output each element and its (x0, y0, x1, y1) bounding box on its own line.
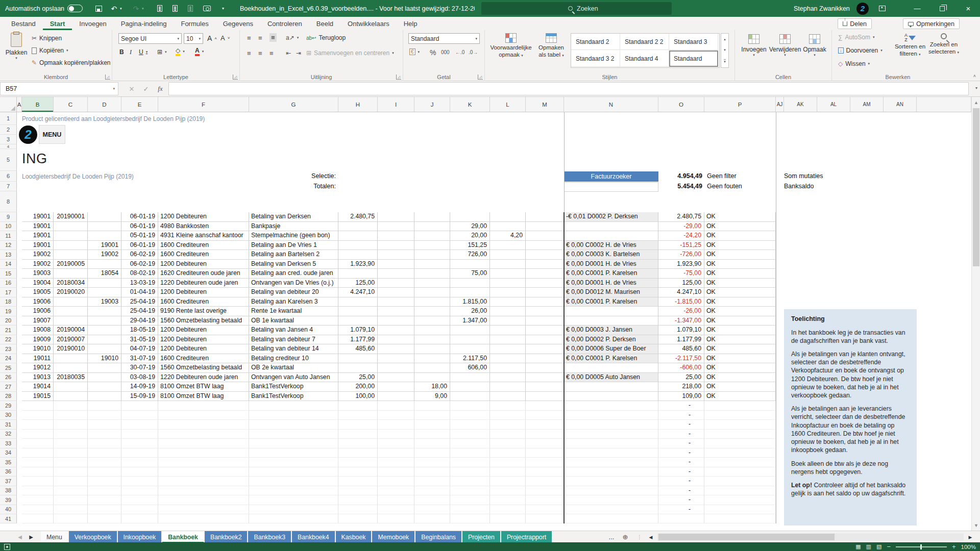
cell-O41[interactable] (658, 514, 704, 523)
cell-O23[interactable]: 485,60 (658, 344, 704, 354)
share-button[interactable]: Delen (838, 18, 872, 29)
column-header-AN[interactable]: AN (884, 97, 917, 112)
cell-H10[interactable] (338, 222, 378, 232)
cell-K39[interactable] (450, 495, 490, 505)
cell-J11[interactable] (414, 231, 450, 241)
cell-M32[interactable] (526, 430, 564, 439)
cell-H17[interactable]: 4.247,10 (338, 288, 378, 297)
lettertype-dialog-launcher[interactable]: ◿ (233, 74, 238, 80)
cell-I37[interactable] (378, 477, 414, 486)
cell-N29[interactable] (564, 401, 658, 411)
cell-style-standaard-3-2[interactable]: Standaard 3 2 (571, 51, 620, 67)
delete-cells-button[interactable]: Verwijderen▾ (769, 34, 801, 58)
cell-J16[interactable] (414, 279, 450, 288)
cell-M9[interactable] (526, 212, 564, 222)
cell-K15[interactable]: 75,00 (450, 269, 490, 279)
hscroll-left-icon[interactable]: ◀ (646, 531, 655, 543)
row-header-8[interactable]: 8 (0, 191, 17, 212)
cell-J21[interactable] (414, 325, 450, 335)
cell-H22[interactable]: 1.177,99 (338, 335, 378, 345)
cell-F29[interactable] (158, 401, 249, 411)
cell-P40[interactable] (704, 505, 776, 515)
cell-I18[interactable] (378, 297, 414, 307)
cell-B22[interactable]: 19009 (22, 335, 54, 345)
cell-O22[interactable]: 1.177,99 (658, 335, 704, 345)
cell-D14[interactable] (88, 260, 121, 269)
cell-L16[interactable] (490, 279, 526, 288)
cell-J13[interactable] (414, 250, 450, 260)
cell-N34[interactable] (564, 448, 658, 458)
invoice-finder-button[interactable]: Factuurzoeker (564, 171, 658, 182)
cell-L29[interactable] (490, 401, 526, 411)
cell-style-standaard-4[interactable]: Standaard 4 (620, 51, 669, 67)
align-right-button[interactable]: ≡ (270, 49, 274, 57)
cell-J30[interactable] (414, 411, 450, 420)
font-name-select[interactable]: Segoe UI▾ (118, 33, 182, 44)
cell-O28[interactable]: 109,00 (658, 392, 704, 402)
cell-B16[interactable]: 19004 (22, 279, 54, 288)
cell-D17[interactable] (88, 288, 121, 297)
cell-G9[interactable]: Betaling van Derksen (249, 212, 338, 222)
cell-B34[interactable] (22, 448, 54, 458)
cell-C19[interactable] (54, 307, 88, 316)
cell-D11[interactable] (88, 231, 121, 241)
cell-L18[interactable] (490, 297, 526, 307)
cell-N41[interactable] (564, 514, 658, 523)
cell-D40[interactable] (88, 505, 121, 515)
cell-L19[interactable] (490, 307, 526, 316)
cell-K20[interactable]: 1.347,00 (450, 316, 490, 326)
cell-N18[interactable]: € 0,00 C0001 P. Karelsen (564, 297, 658, 307)
cell-C33[interactable] (54, 439, 88, 448)
cell-D26[interactable] (88, 373, 121, 383)
cell-E27[interactable]: 14-09-19 (121, 382, 158, 392)
cell-I20[interactable] (378, 316, 414, 326)
cell-D33[interactable] (88, 439, 121, 448)
cell-F13[interactable]: 1600 Crediteuren (158, 250, 249, 260)
vertical-scrollbar[interactable]: ▲ ▼ (971, 97, 980, 531)
page-layout-view-icon[interactable]: ▥ (866, 543, 871, 550)
cell-N21[interactable]: € 0,00 D0003 J. Jansen (564, 325, 658, 335)
cell-B24[interactable]: 19011 (22, 354, 54, 364)
cell-J15[interactable] (414, 269, 450, 279)
cell-O32[interactable]: - (658, 430, 704, 439)
cell-J23[interactable] (414, 344, 450, 354)
cell-E35[interactable] (121, 458, 158, 467)
cell-E14[interactable]: 06-02-19 (121, 260, 158, 269)
cell-O14[interactable]: 1.923,90 (658, 260, 704, 269)
cell-M22[interactable] (526, 335, 564, 345)
cell-G32[interactable] (249, 430, 338, 439)
column-header-L[interactable]: L (490, 97, 526, 112)
cell-G16[interactable]: Ontvangen van De Vries (o.j.) (249, 279, 338, 288)
insert-function-button[interactable]: fx (153, 82, 167, 95)
cell-G33[interactable] (249, 439, 338, 448)
cell-I29[interactable] (378, 401, 414, 411)
cell-O35[interactable]: - (658, 458, 704, 467)
cell-N37[interactable] (564, 477, 658, 486)
row-header-1[interactable]: 1 (0, 112, 17, 125)
format-painter-button[interactable]: ✎Opmaak kopiëren/plakken (32, 59, 110, 66)
cell-C37[interactable] (54, 477, 88, 486)
row-header-39[interactable]: 39 (0, 495, 17, 505)
cell-I22[interactable] (378, 335, 414, 345)
row-header-41[interactable]: 41 (0, 514, 17, 523)
cell-D9[interactable] (88, 212, 121, 222)
cell-N14[interactable]: € 0,00 D0001 H. de Vries (564, 260, 658, 269)
borders-button[interactable]: ⊞▾ (157, 48, 167, 56)
cell-M19[interactable] (526, 307, 564, 316)
cell-P41[interactable] (704, 514, 776, 523)
cell-F21[interactable]: 1200 Debiteuren (158, 325, 249, 335)
cell-B11[interactable]: 19001 (22, 231, 54, 241)
cell-K35[interactable] (450, 458, 490, 467)
cell-H32[interactable] (338, 430, 378, 439)
cell-D16[interactable] (88, 279, 121, 288)
cell-B37[interactable] (22, 477, 54, 486)
sheet-tab-inkoopboek[interactable]: Inkoopboek (118, 531, 162, 543)
column-header-I[interactable]: I (378, 97, 414, 112)
row-header-19[interactable]: 19 (0, 307, 17, 316)
cell-M41[interactable] (526, 514, 564, 523)
cell-N39[interactable] (564, 495, 658, 505)
cell-B30[interactable] (22, 411, 54, 420)
cell-F28[interactable]: 8100 Omzet BTW laag (158, 392, 249, 402)
cell-N31[interactable] (564, 420, 658, 430)
cell-H36[interactable] (338, 467, 378, 477)
